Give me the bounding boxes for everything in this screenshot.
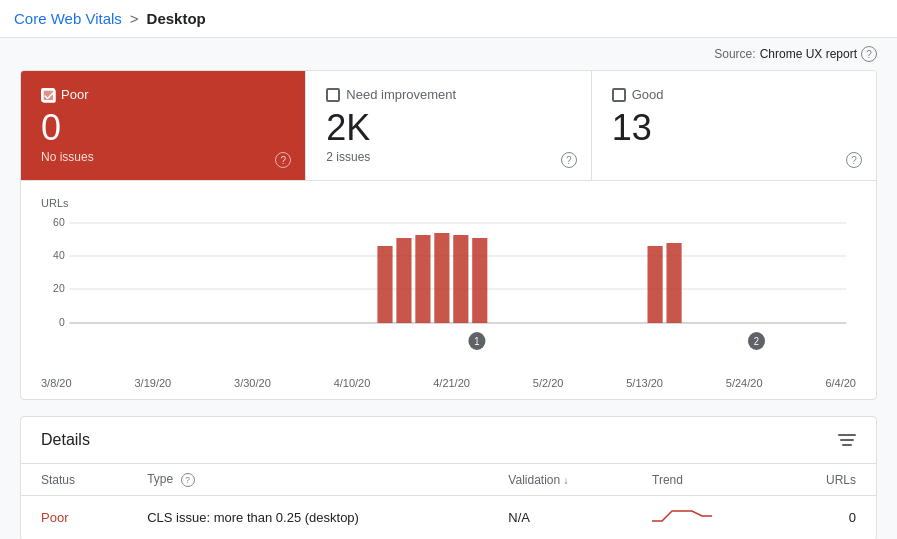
need-improvement-issues: 2 issues: [326, 150, 570, 164]
filter-line-2: [840, 439, 854, 441]
details-title: Details: [41, 431, 90, 449]
svg-text:1: 1: [474, 336, 479, 347]
source-prefix: Source:: [714, 47, 755, 61]
details-section: Details Status Type ? Validation ↓: [20, 416, 877, 539]
chart-x-labels: 3/8/20 3/19/20 3/30/20 4/10/20 4/21/20 5…: [41, 377, 856, 389]
filter-line-3: [842, 444, 852, 446]
x-label-6: 5/2/20: [533, 377, 564, 389]
need-improvement-help-icon[interactable]: ?: [561, 152, 577, 168]
status-card-need-improvement[interactable]: Need improvement 2K 2 issues ?: [306, 71, 591, 180]
col-trend: Trend: [632, 464, 775, 496]
x-label-4: 4/10/20: [334, 377, 371, 389]
status-cards-container: Poor 0 No issues ? Need improvement 2K 2…: [20, 70, 877, 400]
svg-rect-14: [453, 235, 468, 323]
svg-text:60: 60: [53, 216, 65, 228]
card-header-good: Good: [612, 87, 856, 102]
good-label: Good: [632, 87, 664, 102]
type-help-icon[interactable]: ?: [181, 473, 195, 487]
need-improvement-count: 2K: [326, 110, 570, 146]
poor-help-icon[interactable]: ?: [275, 152, 291, 168]
good-count: 13: [612, 110, 856, 146]
need-improvement-checkbox: [326, 88, 340, 102]
chart-svg: 60 40 20 0: [41, 213, 856, 373]
poor-issues: No issues: [41, 150, 285, 164]
x-label-1: 3/8/20: [41, 377, 72, 389]
table-header-row: Status Type ? Validation ↓ Trend URLs: [21, 464, 876, 496]
row-status: Poor: [21, 496, 127, 540]
x-label-9: 6/4/20: [825, 377, 856, 389]
x-label-7: 5/13/20: [626, 377, 663, 389]
svg-rect-15: [472, 238, 487, 323]
breadcrumb-current: Desktop: [147, 10, 206, 27]
details-table: Status Type ? Validation ↓ Trend URLs: [21, 464, 876, 539]
poor-label: Poor: [61, 87, 88, 102]
main-content: Poor 0 No issues ? Need improvement 2K 2…: [0, 70, 897, 539]
status-poor-badge[interactable]: Poor: [41, 510, 68, 525]
chart-area: URLs 60 40 20 0: [21, 181, 876, 399]
svg-rect-17: [666, 243, 681, 323]
source-name: Chrome UX report: [760, 47, 857, 61]
svg-text:20: 20: [53, 282, 65, 294]
row-trend: [632, 496, 775, 540]
svg-rect-16: [648, 246, 663, 323]
good-checkbox: [612, 88, 626, 102]
col-status: Status: [21, 464, 127, 496]
svg-rect-12: [415, 235, 430, 323]
breadcrumb-separator: >: [130, 10, 139, 27]
table-row: Poor CLS issue: more than 0.25 (desktop)…: [21, 496, 876, 540]
details-header: Details: [21, 417, 876, 464]
x-label-2: 3/19/20: [134, 377, 171, 389]
trend-sparkline: [652, 506, 755, 529]
source-help-icon[interactable]: ?: [861, 46, 877, 62]
x-label-8: 5/24/20: [726, 377, 763, 389]
status-card-poor[interactable]: Poor 0 No issues ?: [21, 71, 306, 180]
col-validation: Validation ↓: [488, 464, 632, 496]
row-type: CLS issue: more than 0.25 (desktop): [127, 496, 488, 540]
x-label-3: 3/30/20: [234, 377, 271, 389]
card-header-poor: Poor: [41, 87, 285, 102]
x-label-5: 4/21/20: [433, 377, 470, 389]
poor-checkbox: [41, 88, 55, 102]
need-improvement-label: Need improvement: [346, 87, 456, 102]
source-bar: Source: Chrome UX report ?: [0, 38, 897, 70]
chart-y-label: URLs: [41, 197, 856, 209]
status-cards-row: Poor 0 No issues ? Need improvement 2K 2…: [21, 71, 876, 181]
card-header-need-improvement: Need improvement: [326, 87, 570, 102]
breadcrumb-bar: Core Web Vitals > Desktop: [0, 0, 897, 38]
svg-rect-11: [396, 238, 411, 323]
chart-wrapper: 60 40 20 0: [41, 213, 856, 373]
svg-text:2: 2: [754, 336, 759, 347]
good-help-icon[interactable]: ?: [846, 152, 862, 168]
col-type: Type ?: [127, 464, 488, 496]
row-validation: N/A: [488, 496, 632, 540]
breadcrumb-link[interactable]: Core Web Vitals: [14, 10, 122, 27]
validation-sort-icon[interactable]: ↓: [564, 475, 569, 486]
svg-text:40: 40: [53, 249, 65, 261]
filter-icon[interactable]: [838, 434, 856, 446]
filter-line-1: [838, 434, 856, 436]
svg-text:0: 0: [59, 316, 65, 328]
row-urls: 0: [776, 496, 876, 540]
col-urls: URLs: [776, 464, 876, 496]
poor-count: 0: [41, 110, 285, 146]
svg-rect-13: [434, 233, 449, 323]
status-card-good[interactable]: Good 13 ?: [592, 71, 876, 180]
svg-rect-10: [377, 246, 392, 323]
